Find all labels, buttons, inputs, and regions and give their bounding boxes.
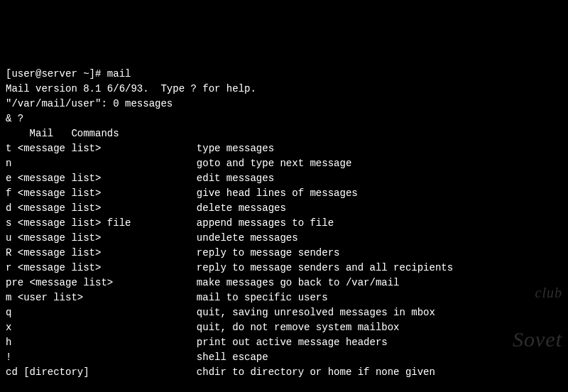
terminal-line: R <message list> reply to message sender… — [6, 246, 562, 261]
terminal-line: "/var/mail/user": 0 messages — [6, 97, 562, 111]
terminal-line: ! shell escape — [6, 350, 562, 365]
terminal-line: f <message list> give head lines of mess… — [6, 186, 562, 201]
terminal-line — [6, 380, 562, 392]
terminal-line: s <message list> file append messages to… — [6, 216, 562, 231]
terminal-line: h print out active message headers — [6, 335, 562, 350]
terminal-line: n goto and type next message — [6, 156, 562, 171]
terminal-line: pre <message list> make messages go back… — [6, 276, 562, 290]
terminal-line: t <message list> type messages — [6, 141, 562, 156]
terminal-line: [user@server ~]# mail — [6, 67, 562, 82]
terminal-output: [user@server ~]# mailMail version 8.1 6/… — [6, 67, 562, 392]
terminal-line: & ? — [6, 111, 562, 126]
terminal-line: r <message list> reply to message sender… — [6, 261, 562, 276]
terminal-line: Mail Commands — [6, 126, 562, 141]
terminal-line: m <user list> mail to specific users — [6, 290, 562, 305]
terminal-line: d <message list> delete messages — [6, 201, 562, 216]
terminal-line: e <message list> edit messages — [6, 171, 562, 186]
terminal-line: u <message list> undelete messages — [6, 231, 562, 246]
terminal-line: q quit, saving unresolved messages in mb… — [6, 305, 562, 320]
terminal-line: cd [directory] chdir to directory or hom… — [6, 365, 562, 380]
terminal-line: Mail version 8.1 6/6/93. Type ? for help… — [6, 82, 562, 97]
terminal-line: x quit, do not remove system mailbox — [6, 320, 562, 335]
